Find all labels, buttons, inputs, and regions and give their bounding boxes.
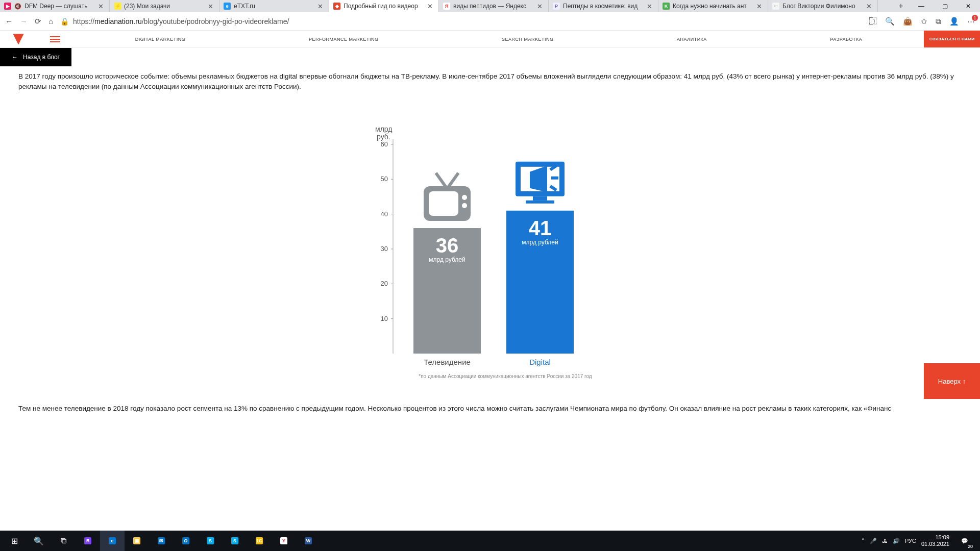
svg-text:Digital: Digital [529, 358, 551, 366]
browser-tab[interactable]: ◆ Подробный гид по видеор ✕ [329, 0, 439, 12]
taskbar-app[interactable]: S [198, 531, 223, 551]
volume-icon[interactable]: 🔊 [893, 538, 900, 544]
tab-favicon: e [224, 3, 231, 10]
tab-label: Пептиды в косметике: вид [563, 3, 644, 10]
nav-forward-button[interactable]: → [20, 17, 28, 26]
tab-favicon: ◆ [333, 3, 340, 10]
tab-close-button[interactable]: ✕ [647, 3, 654, 10]
mute-icon[interactable]: 🔇 [14, 3, 21, 10]
svg-text:млрд рублей: млрд рублей [429, 256, 465, 263]
collections-icon[interactable]: ⧉ [936, 17, 941, 26]
tab-label: виды пептидов — Яндекс [453, 3, 534, 10]
tab-label: DFM Deep — слушать [24, 3, 95, 10]
tab-label: Когда нужно начинать ант [673, 3, 753, 10]
favorites-icon[interactable]: ✩ [921, 17, 927, 26]
tab-close-button[interactable]: ✕ [98, 3, 105, 10]
nav-menu-item[interactable]: PERFORMANCE MARKETING [309, 37, 379, 42]
tab-close-button[interactable]: ✕ [866, 3, 873, 10]
nav-back-button[interactable]: ← [5, 17, 13, 26]
taskbar-app[interactable]: e [100, 531, 125, 551]
browser-tab[interactable]: K Когда нужно начинать ант ✕ [658, 0, 768, 12]
tab-favicon: P [553, 3, 560, 10]
browser-tab[interactable]: ··· Блог Виктории Филимоно ✕ [768, 0, 878, 12]
svg-point-29 [462, 203, 467, 208]
browser-tab[interactable]: P Пептиды в косметике: вид ✕ [549, 0, 658, 12]
action-center-button[interactable]: 💬 [954, 531, 975, 551]
nav-menu-item[interactable]: SEARCH MARKETING [502, 37, 554, 42]
article-paragraph: Тем не менее телевидение в 2018 году пок… [18, 404, 962, 414]
svg-text:30: 30 [381, 245, 388, 253]
tray-chevron-icon[interactable]: ˄ [862, 538, 865, 544]
taskbar-app[interactable]: Я [76, 531, 100, 551]
start-button[interactable]: ⊞ [2, 531, 27, 551]
svg-line-24 [436, 173, 446, 187]
svg-marker-0 [13, 34, 24, 44]
browser-tab[interactable]: e eTXT.ru ✕ [219, 0, 329, 12]
svg-text:млрд рублей: млрд рублей [522, 239, 558, 246]
window-maximize-button[interactable]: ▢ [933, 0, 957, 12]
nav-menu-item[interactable]: DIGITAL MARKETING [135, 37, 186, 42]
tab-close-button[interactable]: ✕ [537, 3, 544, 10]
new-tab-button[interactable]: + [892, 0, 910, 12]
window-close-button[interactable]: ✕ [957, 0, 980, 12]
nav-menu-item[interactable]: РАЗРАБОТКА [830, 37, 862, 42]
svg-rect-32 [526, 201, 554, 204]
search-button[interactable]: 🔍 [27, 531, 51, 551]
svg-rect-31 [533, 196, 547, 201]
tab-favicon: ⚡ [114, 3, 121, 10]
zoom-icon[interactable]: 🔍 [885, 17, 895, 26]
tab-close-button[interactable]: ✕ [208, 3, 215, 10]
tab-close-button[interactable]: ✕ [427, 3, 434, 10]
tab-close-button[interactable]: ✕ [317, 3, 325, 10]
site-logo[interactable] [0, 32, 37, 46]
system-tray[interactable]: ˄ 🎤 🖧 🔊 РУС 15:09 01.03.2021 💬 [862, 531, 978, 551]
more-menu-icon[interactable]: ⋯ [967, 17, 975, 26]
url-input[interactable]: 🔒 https://medianation.ru/blog/youtube/po… [60, 17, 862, 26]
language-indicator[interactable]: РУС [905, 538, 916, 544]
reader-mode-icon[interactable]: ⿴ [869, 17, 877, 26]
article-content: В 2017 году произошло историческое событ… [0, 48, 980, 531]
hamburger-menu-button[interactable] [37, 36, 74, 42]
windows-taskbar: ⊞ 🔍 ⧉ Я e ▣ ✉ O S S 1C Y W ˄ 🎤 🖧 🔊 РУС 1… [0, 531, 980, 551]
svg-text:40: 40 [381, 210, 388, 218]
nav-menu-item[interactable]: АНАЛИТИКА [677, 37, 707, 42]
shopping-icon[interactable]: 👜 [903, 17, 913, 26]
tab-label: eTXT.ru [234, 3, 314, 10]
contact-button[interactable]: СВЯЗАТЬСЯ С НАМИ [924, 31, 980, 47]
taskbar-app[interactable]: O [174, 531, 198, 551]
taskbar-app[interactable]: W [296, 531, 321, 551]
tab-favicon: K [663, 3, 670, 10]
taskbar-clock[interactable]: 15:09 01.03.2021 [921, 534, 949, 547]
tab-label: (23) Мои задачи [124, 3, 205, 10]
microphone-icon[interactable]: 🎤 [870, 538, 877, 544]
svg-text:*по данным Ассоциации коммуник: *по данным Ассоциации коммуникационных а… [419, 373, 592, 379]
window-minimize-button[interactable]: — [910, 0, 933, 12]
taskbar-app[interactable]: Y [272, 531, 296, 551]
taskbar-app[interactable]: 1C [247, 531, 272, 551]
nav-home-button[interactable]: ⌂ [48, 17, 53, 26]
browser-tab[interactable]: Я виды пептидов — Яндекс ✕ [439, 0, 549, 12]
scroll-to-top-button[interactable]: Наверх ↑ [924, 363, 980, 399]
tab-close-button[interactable]: ✕ [756, 3, 764, 10]
taskbar-app[interactable]: ✉ [149, 531, 174, 551]
back-to-blog-button[interactable]: ← Назад в блог [0, 48, 71, 66]
browser-tab[interactable]: ⚡ (23) Мои задачи ✕ [110, 0, 219, 12]
arrow-left-icon: ← [12, 54, 18, 61]
profile-icon[interactable]: 👤 [949, 17, 959, 26]
taskbar-app[interactable]: S [223, 531, 247, 551]
svg-text:50: 50 [381, 175, 388, 183]
taskbar-app[interactable]: ▣ [125, 531, 149, 551]
task-view-button[interactable]: ⧉ [51, 531, 76, 551]
tab-label: Блог Виктории Филимоно [782, 3, 863, 10]
tab-favicon: ··· [772, 3, 779, 10]
svg-text:60: 60 [381, 140, 388, 148]
network-icon[interactable]: 🖧 [882, 538, 888, 544]
nav-reload-button[interactable]: ⟳ [35, 17, 41, 26]
browser-titlebar: ▶ 🔇 DFM Deep — слушать ✕⚡ (23) Мои задач… [0, 0, 980, 12]
svg-rect-27 [429, 191, 458, 216]
browser-tab[interactable]: ▶ 🔇 DFM Deep — слушать ✕ [0, 0, 110, 12]
svg-text:10: 10 [381, 315, 388, 322]
lock-icon: 🔒 [60, 17, 69, 26]
browser-address-bar: ← → ⟳ ⌂ 🔒 https://medianation.ru/blog/yo… [0, 12, 980, 31]
svg-text:20: 20 [381, 280, 388, 287]
